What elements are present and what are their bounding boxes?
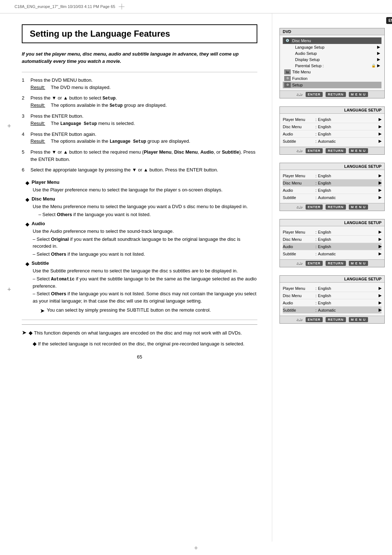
lang-4-menu-btn[interactable]: M E N U (349, 317, 368, 322)
dvd-bottom-icons: ♫♩♪ (296, 93, 303, 97)
step-1-num: 1 (22, 77, 30, 91)
dvd-enter-btn[interactable]: ENTER (306, 92, 323, 97)
lang-panel-4-body: Player Menu : English ▶ Disc Menu : Engl… (280, 283, 384, 316)
eng-badge: ENG (386, 17, 392, 24)
lang-row-2-audio: Audio : English ▶ (283, 187, 381, 194)
step-1: 1 Press the DVD MENU button. Result: The… (22, 77, 257, 91)
intro-divider (22, 72, 257, 72)
dvd-audio-setup-row: Audio Setup ▶ (294, 50, 381, 56)
step-6-num: 6 (22, 166, 30, 174)
lang-panel-1-bottom: ♫♩♪ ENTER RETURN M E N U (280, 147, 384, 154)
step-3-result-label: Result: (30, 120, 48, 127)
audio-sub-bullet-1: – Select Original if you want the defaul… (33, 236, 257, 250)
step-3-num: 3 (22, 113, 30, 127)
step-5: 5 Press the ▼ or ▲ button to select the … (22, 149, 257, 163)
step-4-result-text: The options available in the Language Se… (51, 138, 257, 145)
lang-2-enter-btn[interactable]: ENTER (306, 204, 323, 210)
lang-row-1-subtitle: Subtitle : Automatic ▶ (283, 138, 381, 145)
lang-1-icons: ♫♩♪ (296, 149, 303, 153)
dvd-panel-header: DVD (280, 28, 384, 35)
dvd-language-setup-row: Language Setup ▶ (294, 44, 381, 50)
lang-setup-panel-1: LANGUAGE SETUP Player Menu : English ▶ D… (279, 106, 385, 155)
dvd-return-btn[interactable]: RETURN (326, 92, 346, 97)
lang-row-3-player: Player Menu : English ▶ (283, 228, 381, 236)
lang-panel-4-title: LANGUAGE SETUP (280, 276, 384, 283)
bullet-disc-menu-header: ◆ Disc Menu (25, 196, 257, 202)
lang-1-enter-btn[interactable]: ENTER (306, 148, 323, 153)
dvd-disc-menu-row: 💿 Disc Menu (283, 37, 381, 44)
bullet-audio-header: ◆ Audio (25, 221, 257, 227)
bullet-subtitle-content: Use the Subtitle preference menu to sele… (25, 267, 257, 315)
step-4-num: 4 (22, 131, 30, 145)
bullet-audio-content: Use the Audio preference menu to select … (25, 228, 257, 258)
step-3-body: Press the ENTER button. Result: The Lang… (30, 113, 257, 127)
note-1-body: ◆ This function depends on what language… (29, 329, 242, 337)
step-2-result-text: The options available in the Setup group… (51, 102, 257, 109)
disc-menu-sub-bullet-1: – Select Others if the language you want… (33, 211, 257, 218)
lang-panel-1-title: LANGUAGE SETUP (280, 107, 384, 114)
dvd-panel-bottom: ♫♩♪ ENTER RETURN M E N U (280, 90, 384, 98)
bullet-disc-menu: ◆ Disc Menu Use the Menu preference menu… (22, 196, 257, 218)
bullet-audio: ◆ Audio Use the Audio preference menu to… (22, 221, 257, 258)
step-1-result-text: The DVD menu is displayed. (51, 84, 257, 91)
bullet-disc-menu-content: Use the Menu preference menu to select t… (25, 203, 257, 218)
note-2-body: ◆ If the selected language is not record… (33, 340, 244, 348)
left-crosshair-bottom-icon: + (7, 286, 11, 293)
lang-setup-panel-3: LANGUAGE SETUP Player Menu : English ▶ D… (279, 219, 385, 267)
lang-panel-2-body: Player Menu : English ▶ Disc Menu : Engl… (280, 170, 384, 203)
step-1-body: Press the DVD MENU button. Result: The D… (30, 77, 257, 91)
bullet-diamond-disc-icon: ◆ (25, 197, 29, 202)
dvd-submenu: Language Setup ▶ Audio Setup ▶ Display S… (283, 44, 381, 69)
lang-2-menu-btn[interactable]: M E N U (349, 204, 368, 210)
lang-panel-3-body: Player Menu : English ▶ Disc Menu : Engl… (280, 226, 384, 259)
lang-3-enter-btn[interactable]: ENTER (306, 261, 323, 266)
note-2: ◆ If the selected language is not record… (22, 340, 257, 348)
step-4-body: Press the ENTER button again. Result: Th… (30, 131, 257, 145)
left-content: + + Setting up the Language Features If … (0, 13, 272, 542)
bullet-subtitle: ◆ Subtitle Use the Subtitle preference m… (22, 260, 257, 315)
step-2-result-label: Result: (30, 102, 48, 109)
file-info: C18A_ENG_europe_17"_film 10/10/03 4:11 P… (15, 4, 115, 9)
step-3: 3 Press the ENTER button. Result: The La… (22, 113, 257, 127)
notes-divider (22, 320, 257, 320)
lang-3-icons: ♫♩♪ (296, 262, 303, 266)
dvd-parental-setup-row: Parental Setup : 🔒 ▶ (294, 62, 381, 69)
lang-row-3-subtitle: Subtitle : Automatic ▶ (283, 250, 381, 257)
dvd-menu-btn[interactable]: M E N U (349, 92, 368, 97)
step-5-body: Press the ▼ or ▲ button to select the re… (30, 149, 257, 163)
bullet-diamond-subtitle-icon: ◆ (25, 261, 29, 267)
lang-2-icons: ♫♩♪ (296, 205, 303, 209)
lang-row-4-subtitle: Subtitle : Automatic ▶ (283, 307, 381, 313)
lang-1-return-btn[interactable]: RETURN (326, 148, 346, 153)
notes-section: ➤ ◆ This function depends on what langua… (22, 324, 257, 348)
lang-4-enter-btn[interactable]: ENTER (306, 317, 323, 322)
subtitle-sub-bullet-1: – Select Automatic if you want the subti… (33, 275, 257, 290)
bullet-subtitle-title: Subtitle (32, 260, 49, 266)
lang-3-menu-btn[interactable]: M E N U (349, 261, 368, 266)
dvd-disc-icon: 💿 (284, 38, 291, 43)
lang-setup-panel-4: LANGUAGE SETUP Player Menu : English ▶ D… (279, 275, 385, 324)
dvd-display-setup-row: Display Setup ▶ (294, 56, 381, 62)
lang-row-2-disc: Disc Menu : English ▶ (283, 179, 381, 187)
left-crosshair-top-icon: + (7, 122, 11, 130)
dvd-title-menu-row: 🎬 Title Menu (283, 69, 381, 75)
dvd-setup-row: ⚙ Setup (283, 82, 381, 88)
lang-2-return-btn[interactable]: RETURN (326, 204, 346, 210)
step-2-num: 2 (22, 94, 30, 109)
lang-panel-2-title: LANGUAGE SETUP (280, 163, 384, 170)
arrow-sym-icon: ➤ (40, 307, 45, 315)
lang-4-return-btn[interactable]: RETURN (326, 317, 346, 322)
audio-sub-bullet-2: – Select Others if the language you want… (33, 251, 257, 258)
lang-3-return-btn[interactable]: RETURN (326, 261, 346, 266)
lang-row-1-disc: Disc Menu : English ▶ (283, 123, 381, 130)
dvd-screen-panel: DVD 💿 Disc Menu Language Setup ▶ (279, 28, 385, 98)
main-layout: + + Setting up the Language Features If … (0, 13, 392, 542)
lang-row-1-audio: Audio : English ▶ (283, 130, 381, 138)
dvd-function-icon: ⚙ (284, 76, 291, 81)
lang-row-2-subtitle: Subtitle : Automatic ▶ (283, 194, 381, 201)
lang-panel-4-bottom: ♫♩♪ ENTER RETURN M E N U (280, 316, 384, 323)
lang-1-menu-btn[interactable]: M E N U (349, 148, 368, 153)
page-header: C18A_ENG_europe_17"_film 10/10/03 4:11 P… (0, 0, 392, 13)
bottom-crosshair: + (0, 542, 392, 555)
subtitle-sub-bullet-2: – Select Others if the language you want… (33, 290, 257, 304)
